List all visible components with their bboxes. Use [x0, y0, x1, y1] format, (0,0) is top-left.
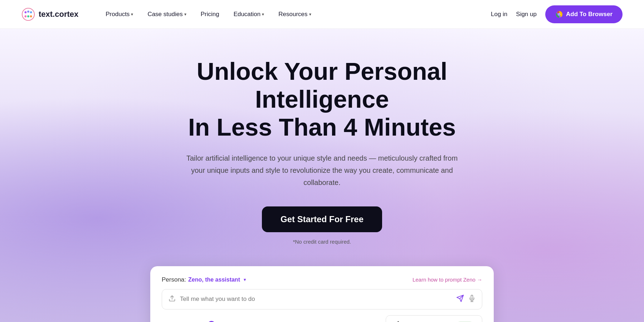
signup-button[interactable]: Sign up [516, 11, 537, 18]
logo-link[interactable]: text.cortex [21, 8, 78, 21]
login-button[interactable]: Log in [491, 11, 507, 18]
learn-to-prompt-link[interactable]: Learn how to prompt Zeno → [413, 277, 482, 283]
hero-content: Unlock Your Personal Intelligence In Les… [143, 57, 501, 263]
svg-point-9 [558, 14, 560, 15]
chat-input[interactable] [180, 296, 452, 303]
chat-input-row [162, 289, 482, 309]
persona-selector[interactable]: Persona: Zeno, the assistant ▾ [162, 276, 246, 283]
get-started-button[interactable]: Get Started For Free [262, 206, 382, 232]
nav-item-resources[interactable]: Resources ▾ [273, 8, 317, 21]
svg-point-4 [25, 15, 27, 17]
nav-links: Products ▾ Case studies ▾ Pricing Educat… [100, 8, 491, 21]
persona-chevron-icon: ▾ [244, 277, 246, 282]
chevron-down-icon: ▾ [131, 12, 133, 17]
upload-icon[interactable] [169, 295, 176, 304]
chat-bottom-row: Enable Search ? Upload document New [162, 315, 482, 322]
no-credit-text: *No credit card required. [293, 239, 351, 245]
svg-point-3 [27, 15, 29, 17]
svg-point-0 [22, 8, 34, 20]
persona-row: Persona: Zeno, the assistant ▾ Learn how… [162, 276, 482, 283]
svg-point-1 [25, 11, 27, 13]
chevron-down-icon: ▾ [309, 12, 311, 17]
nav-item-pricing[interactable]: Pricing [195, 8, 225, 21]
add-to-browser-button[interactable]: Add To Browser [545, 5, 623, 23]
nav-item-products[interactable]: Products ▾ [100, 8, 139, 21]
nav-item-case-studies[interactable]: Case studies ▾ [142, 8, 192, 21]
navigation: text.cortex Products ▾ Case studies ▾ Pr… [0, 0, 644, 29]
microphone-icon[interactable] [468, 295, 475, 304]
nav-right: Log in Sign up Add To Browser [491, 5, 623, 23]
chevron-down-icon: ▾ [184, 12, 186, 17]
chrome-icon [555, 10, 563, 18]
upload-document-button[interactable]: Upload document New [386, 315, 482, 322]
svg-point-6 [27, 10, 29, 13]
chat-box: Persona: Zeno, the assistant ▾ Learn how… [150, 266, 494, 322]
hero-subtitle: Tailor artificial intelligence to your u… [179, 152, 465, 189]
chevron-down-icon: ▾ [262, 12, 264, 17]
hero-title: Unlock Your Personal Intelligence In Les… [143, 57, 501, 141]
hero-section: Unlock Your Personal Intelligence In Les… [0, 29, 644, 322]
nav-item-education[interactable]: Education ▾ [228, 8, 270, 21]
logo-text: text.cortex [39, 10, 78, 19]
svg-point-5 [30, 15, 32, 17]
svg-point-2 [30, 11, 32, 13]
logo-icon [21, 8, 35, 21]
send-icon[interactable] [456, 294, 464, 304]
upload-doc-icon [395, 321, 402, 322]
